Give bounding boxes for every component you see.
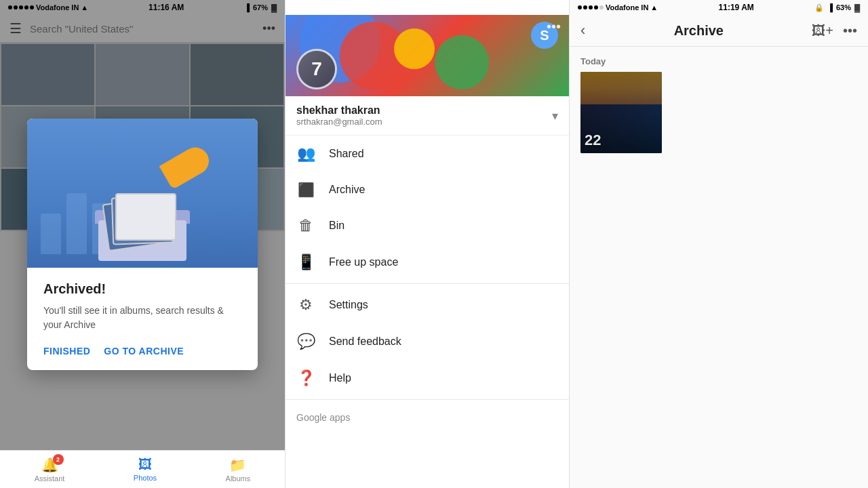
hand-shape (159, 142, 214, 190)
dialog-overlay: Archived! You'll still see it in albums,… (0, 0, 285, 488)
nav-item-photos[interactable]: 🖼 Photos (134, 457, 157, 482)
finished-button[interactable]: FINISHED (43, 346, 90, 357)
dialog-actions: FINISHED GO TO ARCHIVE (43, 346, 241, 357)
settings-icon: ⚙ (296, 296, 315, 314)
nav-label-photos: Photos (134, 474, 157, 482)
illus-bar (66, 193, 87, 254)
menu-item-send-feedback[interactable]: 💬 Send feedback (285, 323, 569, 360)
middle-panel: 7 S ••• shekhar thakran srthakran@gmail.… (285, 0, 570, 488)
shared-icon: 👥 (296, 145, 315, 163)
assistant-icon: 🔔 2 (41, 457, 58, 473)
nav-item-albums[interactable]: 📁 Albums (226, 457, 251, 483)
battery-icon-right: ▓ (854, 3, 860, 12)
photo-stack (102, 193, 183, 254)
nav-label-assistant: Assistant (35, 474, 65, 483)
notification-badge: 2 (53, 454, 64, 465)
more-icon-middle[interactable]: ••• (547, 19, 561, 35)
signal-dots-right (578, 5, 604, 9)
menu-label-shared: Shared (329, 148, 364, 160)
menu-label-archive: Archive (329, 184, 365, 196)
lock-icon-right: 🔒 (814, 3, 824, 12)
menu-divider-2 (285, 399, 569, 400)
menu-item-google-apps[interactable]: Google apps (285, 403, 569, 432)
archived-dialog: Archived! You'll still see it in albums,… (27, 119, 258, 370)
menu-label-send-feedback: Send feedback (329, 336, 401, 348)
more-icon-right[interactable]: ••• (843, 23, 857, 39)
dropdown-icon[interactable]: ▾ (552, 108, 558, 123)
avatar-image: 7 (298, 51, 335, 87)
menu-item-bin[interactable]: 🗑 Bin (285, 207, 569, 244)
menu-label-help: Help (329, 372, 351, 384)
add-photo-icon[interactable]: 🖼+ (812, 23, 833, 39)
dialog-content: Archived! You'll still see it in albums,… (27, 268, 258, 370)
menu-label-bin: Bin (329, 220, 344, 232)
bottom-nav-left: 🔔 2 Assistant 🖼 Photos 📁 Albums (0, 450, 285, 488)
illus-bar (41, 214, 61, 254)
archive-actions: 🖼+ ••• (812, 23, 857, 39)
right-panel: Vodafone IN ▲ 11:19 AM 🔒 ▐ 63% ▓ ‹ Archi… (570, 0, 868, 488)
menu-item-shared[interactable]: 👥 Shared (285, 136, 569, 172)
dialog-title: Archived! (43, 281, 241, 297)
archive-grid: 22 (570, 72, 868, 153)
profile-name: shekhar thakran (296, 104, 382, 117)
bin-icon: 🗑 (296, 217, 315, 235)
profile-info: shekhar thakran srthakran@gmail.com ▾ (285, 96, 569, 136)
dialog-illustration (27, 119, 258, 268)
profile-avatar: 7 (296, 49, 337, 89)
profile-text: shekhar thakran srthakran@gmail.com (296, 104, 382, 127)
archive-title: Archive (674, 23, 724, 39)
archive-top-bar: ‹ Archive 🖼+ ••• (570, 15, 868, 47)
wifi-icon-right: ▲ (650, 3, 658, 12)
profile-email: srthakran@gmail.com (296, 117, 382, 127)
status-bar-middle (285, 0, 569, 15)
archive-icon: ⬛ (296, 182, 315, 198)
menu-label-free-up-space: Free up space (329, 256, 398, 268)
menu-list: 👥 Shared ⬛ Archive 🗑 Bin 📱 Free up space… (285, 136, 569, 432)
left-panel: Vodafone IN ▲ 11:16 AM ▐ 67% ▓ ☰ Search … (0, 0, 285, 488)
menu-label-settings: Settings (329, 299, 368, 311)
signal-icon-right: ▐ (827, 3, 833, 12)
albums-icon: 📁 (229, 457, 246, 473)
nav-item-assistant[interactable]: 🔔 2 Assistant (35, 457, 65, 483)
battery-right: 63% (836, 3, 851, 12)
nav-label-albums: Albums (226, 474, 251, 483)
send-feedback-icon: 💬 (296, 333, 315, 350)
time-right: 11:19 AM (719, 3, 754, 12)
soccer-photo: 22 (580, 72, 662, 153)
free-up-space-icon: 📱 (296, 253, 315, 271)
google-circle-green (435, 35, 489, 89)
jersey-number: 22 (585, 131, 601, 149)
status-bar-right: Vodafone IN ▲ 11:19 AM 🔒 ▐ 63% ▓ (570, 0, 868, 15)
menu-item-archive[interactable]: ⬛ Archive (285, 172, 569, 207)
go-to-archive-button[interactable]: GO TO ARCHIVE (104, 346, 184, 357)
menu-item-settings[interactable]: ⚙ Settings (285, 287, 569, 323)
back-button[interactable]: ‹ (580, 22, 585, 39)
photo-stack-item (115, 193, 176, 241)
menu-label-google-apps: Google apps (296, 412, 350, 423)
middle-top-bar: ••• (285, 15, 569, 39)
menu-item-free-up-space[interactable]: 📱 Free up space (285, 244, 569, 281)
photos-icon: 🖼 (138, 457, 152, 472)
dialog-message: You'll still see it in albums, search re… (43, 304, 241, 332)
archive-section-label: Today (570, 47, 868, 72)
menu-item-help[interactable]: ❓ Help (285, 360, 569, 396)
help-icon: ❓ (296, 369, 315, 387)
profile-header: 7 S ••• (285, 15, 569, 96)
menu-divider (285, 283, 569, 284)
carrier-right: Vodafone IN (606, 3, 648, 12)
archive-photo-item[interactable]: 22 (580, 72, 662, 153)
